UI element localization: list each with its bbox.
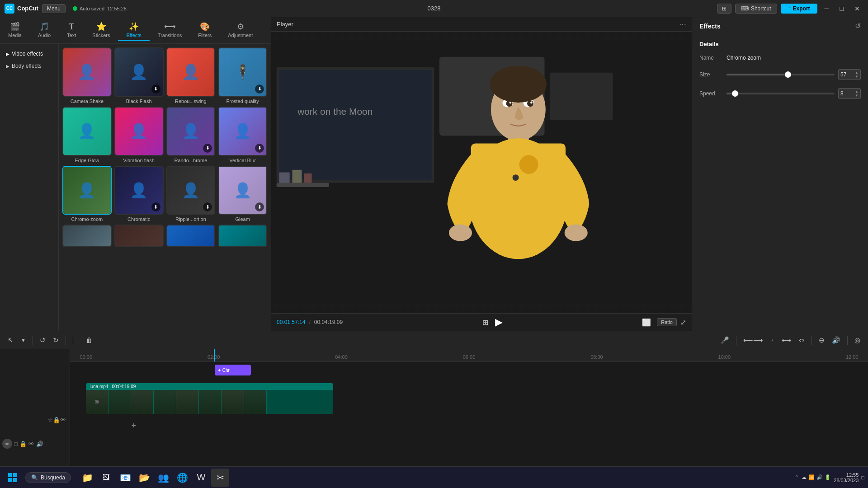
- size-number-input[interactable]: 57 ▲ ▼: [838, 69, 861, 80]
- close-button[interactable]: ✕: [851, 3, 863, 14]
- link-button-2[interactable]: ⬝: [768, 335, 777, 345]
- effect-gleam[interactable]: ⬇ Gleam: [218, 166, 267, 222]
- effect-extra1[interactable]: [62, 225, 112, 247]
- speed-number-input[interactable]: 8 ▲ ▼: [838, 88, 861, 99]
- grid-view-button[interactable]: ⊞: [480, 317, 491, 328]
- split-button[interactable]: ⎸: [71, 335, 81, 346]
- notification-icon[interactable]: □: [861, 475, 864, 480]
- mic-button[interactable]: 🎤: [718, 335, 731, 346]
- link-button-3[interactable]: ⟷: [779, 335, 794, 346]
- fullscreen-button[interactable]: ⤢: [680, 318, 686, 327]
- effect-black-flash[interactable]: ⬇ Black Flash: [114, 47, 164, 104]
- tab-stickers[interactable]: ⭐ Stickers: [84, 20, 118, 41]
- effect-camera-shake[interactable]: Camera Shake: [62, 47, 112, 104]
- minimize-button[interactable]: ─: [821, 3, 833, 14]
- crop-button[interactable]: ⬜: [640, 317, 653, 328]
- zoom-in-button[interactable]: 🔊: [830, 335, 843, 346]
- effect-chromatic[interactable]: ⬇ Chromatic: [114, 166, 164, 222]
- effect-thumb-chromo-zoom: [62, 166, 112, 215]
- effect-clip[interactable]: ✦ Chr: [215, 365, 251, 375]
- effect-chromo-zoom[interactable]: Chromo-zoom: [62, 166, 112, 222]
- reset-icon[interactable]: ↺: [855, 22, 861, 30]
- size-slider-thumb[interactable]: [785, 71, 791, 78]
- play-button[interactable]: ▶: [495, 316, 503, 328]
- effect-rebou-swing[interactable]: Rebou...swing: [166, 47, 216, 104]
- taskbar-outlook-icon[interactable]: 📧: [116, 469, 134, 487]
- add-track-button[interactable]: +: [131, 421, 136, 431]
- maximize-button[interactable]: □: [836, 3, 847, 14]
- export-button[interactable]: ↑ Export: [781, 4, 817, 14]
- ratio-button[interactable]: Ratio: [657, 318, 677, 326]
- size-spinner[interactable]: ▲ ▼: [855, 70, 859, 79]
- category-video-effects[interactable]: ▶ Video effects: [2, 48, 56, 59]
- effect-ripple[interactable]: ⬇ Ripple...ortion: [166, 166, 216, 222]
- tab-media[interactable]: 🎬 Media: [0, 20, 30, 41]
- start-button[interactable]: [4, 469, 22, 487]
- taskbar-files-icon[interactable]: 📂: [135, 469, 153, 487]
- effect-random-chrome[interactable]: ⬇ Rando...hrome: [166, 107, 216, 163]
- delete-button[interactable]: 🗑: [84, 335, 95, 345]
- effect-extra3[interactable]: [166, 225, 216, 247]
- speed-slider-thumb[interactable]: [732, 90, 738, 97]
- video-lock-button[interactable]: 🔒: [19, 441, 27, 447]
- player-menu-icon[interactable]: ⋯: [679, 20, 686, 28]
- taskbar-word-icon[interactable]: W: [192, 469, 210, 487]
- download-icon-frosted[interactable]: ⬇: [255, 84, 264, 94]
- category-body-effects[interactable]: ▶ Body effects: [2, 61, 56, 71]
- select-dropdown-button[interactable]: ▼: [19, 336, 28, 344]
- redo-button[interactable]: ↻: [51, 335, 61, 346]
- video-eye-button[interactable]: 👁: [28, 441, 34, 447]
- taskbar-explorer-icon[interactable]: 📁: [78, 469, 96, 487]
- detail-size-row: Size 57 ▲ ▼: [699, 69, 861, 80]
- eye-track-button[interactable]: 👁: [60, 417, 66, 423]
- effect-extra2[interactable]: [114, 225, 164, 247]
- frame-6: [199, 390, 222, 414]
- taskbar-apps: 📁 🖼 📧 📂 👥 🌐 W ✂: [78, 469, 229, 487]
- taskbar-capcut-icon[interactable]: ✂: [211, 469, 229, 487]
- effect-frosted-quality[interactable]: 🕴 ⬇ Frosted quality: [218, 47, 267, 104]
- video-duration: 00:04:19:09: [112, 384, 136, 389]
- taskbar-chrome-icon[interactable]: 🌐: [173, 469, 191, 487]
- shortcut-button[interactable]: ⌨ Shortcut: [735, 4, 777, 14]
- tab-filters[interactable]: 🎨 Filters: [190, 20, 220, 41]
- video-frame: work on the Moon: [271, 32, 692, 313]
- tab-transitions[interactable]: ⟷ Transitions: [150, 20, 190, 41]
- download-icon-random[interactable]: ⬇: [203, 144, 212, 153]
- playhead[interactable]: [214, 349, 215, 361]
- speed-spinner[interactable]: ▲ ▼: [855, 89, 859, 98]
- effect-edge-glow[interactable]: Edge Glow: [62, 107, 112, 163]
- download-icon-vertical[interactable]: ⬇: [255, 144, 264, 153]
- download-icon-chromatic[interactable]: ⬇: [151, 202, 160, 211]
- effect-extra4[interactable]: [218, 225, 267, 247]
- effect-vibration-flash[interactable]: Vibration flash: [114, 107, 164, 163]
- video-audio-button[interactable]: 🔊: [36, 441, 43, 447]
- menu-button[interactable]: Menu: [42, 4, 66, 13]
- tab-effects[interactable]: ✨ Effects: [118, 20, 149, 41]
- video-clip[interactable]: luna.mp4 00:04:19:09 🎬: [86, 383, 333, 414]
- align-button[interactable]: ⇔: [797, 335, 807, 346]
- speed-slider-track[interactable]: [726, 93, 835, 94]
- effect-vertical-blur[interactable]: ⬇ Vertical Blur: [218, 107, 267, 163]
- effect-thumb-frosted: 🕴 ⬇: [218, 47, 267, 97]
- edit-track-button[interactable]: ✏: [2, 439, 12, 449]
- undo-button[interactable]: ↺: [38, 335, 48, 346]
- size-slider-track[interactable]: [726, 74, 835, 75]
- select-tool-button[interactable]: ↖: [5, 335, 16, 346]
- video-track-toggle[interactable]: □: [14, 441, 18, 447]
- tab-text[interactable]: T Text: [59, 20, 84, 41]
- settings-button[interactable]: ◎: [852, 335, 863, 346]
- zoom-out-button[interactable]: ⊖: [816, 335, 827, 346]
- tab-audio[interactable]: 🎵 Audio: [30, 20, 59, 41]
- lock-track-button[interactable]: 🔒: [53, 417, 60, 423]
- ruler-mark-6: 06:00: [463, 354, 476, 360]
- link-button-1[interactable]: ⟵⟶: [741, 335, 765, 346]
- clock-time: 12:55: [846, 472, 859, 478]
- layout-switcher[interactable]: ⊞: [717, 4, 731, 14]
- taskbar-search[interactable]: 🔍 Búsqueda: [25, 472, 71, 483]
- star-track-button[interactable]: ☆: [47, 417, 53, 423]
- tab-adjustment[interactable]: ⚙ Adjustment: [220, 20, 261, 41]
- taskbar-photos-icon[interactable]: 🖼: [97, 469, 115, 487]
- download-icon-black-flash[interactable]: ⬇: [151, 84, 160, 94]
- taskbar-teams-icon[interactable]: 👥: [154, 469, 172, 487]
- chevron-up-icon[interactable]: ⌃: [795, 474, 799, 480]
